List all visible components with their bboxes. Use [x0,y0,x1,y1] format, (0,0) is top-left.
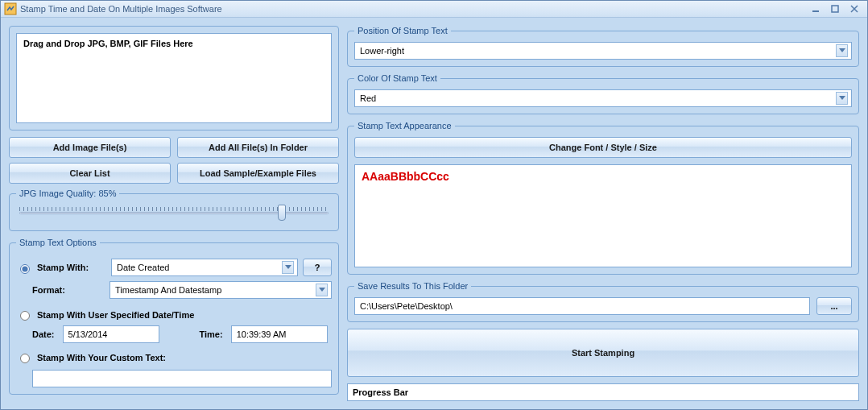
format-value: Timestamp And Datestamp [115,285,221,295]
browse-folder-button[interactable]: ... [816,297,852,315]
chevron-down-icon [316,284,328,296]
stamp-text-options-group: Stamp Text Options Stamp With: Date Crea… [9,238,339,395]
position-value: Lower-right [360,46,404,56]
save-folder-legend: Save Results To This Folder [354,281,471,291]
start-stamping-button[interactable]: Start Stamping [347,329,859,377]
file-drop-list[interactable]: Drag and Drop JPG, BMP, GIF Files Here [16,33,332,123]
format-select[interactable]: Timestamp And Datestamp [110,281,332,299]
save-folder-group: Save Results To This Folder C:\Users\Pet… [347,281,859,322]
chevron-down-icon [836,44,848,57]
svg-rect-2 [832,6,838,12]
date-label: Date: [32,329,55,339]
add-folder-button[interactable]: Add All File(s) In Folder [177,137,339,158]
jpg-quality-group: JPG Image Quality: 85% [9,188,339,231]
svg-rect-1 [812,10,819,12]
custom-text-input[interactable] [32,370,332,387]
progress-bar: Progress Bar [347,383,859,401]
left-column: Drag and Drop JPG, BMP, GIF Files Here A… [9,26,339,401]
appearance-group: Stamp Text Appearance Change Font / Styl… [347,121,859,275]
position-group: Position Of Stamp Text Lower-right [347,26,859,67]
font-preview-text: AAaaBBbbCCcc [362,170,449,183]
titlebar: Stamp Time and Date On Multiple Images S… [1,1,867,18]
minimize-button[interactable] [806,2,825,15]
date-input[interactable]: 5/13/2014 [63,325,159,343]
color-group: Color Of Stamp Text Red [347,73,859,114]
window-title: Stamp Time and Date On Multiple Images S… [20,4,222,14]
stamp-with-custom-radio[interactable] [20,354,30,363]
app-window: Stamp Time and Date On Multiple Images S… [0,0,868,410]
stamp-with-custom-label: Stamp With Your Custom Text: [37,353,166,362]
load-sample-button[interactable]: Load Sample/Example Files [177,163,339,184]
position-legend: Position Of Stamp Text [354,26,451,35]
stamp-text-options-legend: Stamp Text Options [16,238,100,247]
change-font-button[interactable]: Change Font / Style / Size [354,137,852,158]
position-select[interactable]: Lower-right [354,42,852,60]
chevron-down-icon [836,92,848,105]
stamp-with-select[interactable]: Date Created [111,259,298,276]
format-label: Format: [32,285,103,295]
right-column: Position Of Stamp Text Lower-right Color… [347,26,859,401]
time-label: Time: [200,329,223,339]
font-preview-box[interactable]: AAaaBBbbCCcc [354,164,852,267]
stamp-with-userdt-radio[interactable] [20,311,30,321]
close-button[interactable] [845,2,864,15]
drop-area-wrap: Drag and Drop JPG, BMP, GIF Files Here [9,26,339,130]
jpg-quality-legend: JPG Image Quality: 85% [16,188,119,198]
color-select[interactable]: Red [354,89,852,107]
app-icon [4,2,17,15]
content-area: Drag and Drop JPG, BMP, GIF Files Here A… [1,18,867,409]
stamp-with-userdt-label: Stamp With User Specified Date/Time [37,310,194,320]
appearance-legend: Stamp Text Appearance [354,121,455,130]
time-input[interactable]: 10:39:39 AM [231,325,328,343]
chevron-down-icon [282,261,294,274]
help-button[interactable]: ? [303,259,332,276]
add-image-files-button[interactable]: Add Image File(s) [9,137,171,158]
stamp-with-label: Stamp With: [37,263,106,272]
color-legend: Color Of Stamp Text [354,73,440,83]
save-folder-input[interactable]: C:\Users\Pete\Desktop\ [354,297,810,315]
jpg-quality-slider[interactable] [16,205,332,224]
clear-list-button[interactable]: Clear List [9,163,171,184]
maximize-button[interactable] [825,2,845,15]
color-value: Red [360,93,376,103]
stamp-with-radio[interactable] [20,264,30,274]
stamp-with-value: Date Created [117,263,169,272]
